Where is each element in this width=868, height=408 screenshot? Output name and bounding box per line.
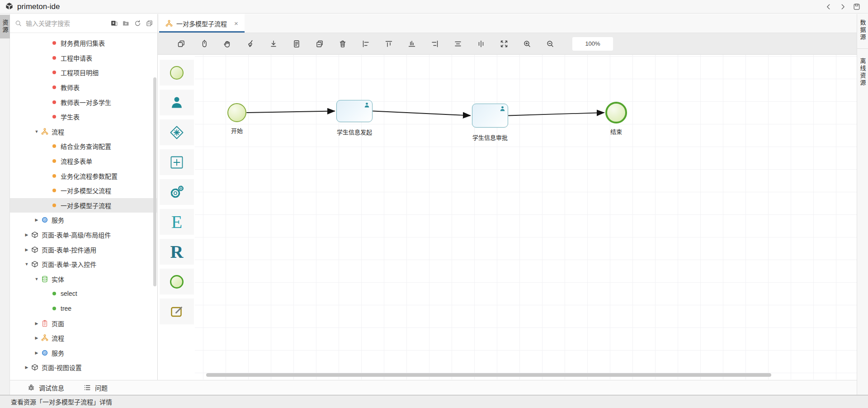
tree-item[interactable]: tree: [10, 301, 157, 316]
debug-info-label: 调试信息: [39, 383, 64, 392]
tree-item[interactable]: ▶页面: [10, 316, 157, 331]
chevron-right-icon[interactable]: ▶: [33, 351, 40, 355]
tree-item[interactable]: ▶页面-视图设置: [10, 360, 157, 375]
save-icon[interactable]: [853, 3, 861, 11]
tree-item[interactable]: select: [10, 286, 157, 301]
tree-item[interactable]: ▶页面-表单-高级/布局组件: [10, 228, 157, 242]
user-task-node[interactable]: [472, 104, 508, 128]
zoom-level[interactable]: 100%: [572, 37, 613, 51]
tree-scrollbar[interactable]: [153, 77, 156, 286]
mouse-select-icon[interactable]: [200, 39, 209, 48]
tree-item-label: 教师表: [61, 83, 80, 92]
node-label: 开始: [231, 126, 243, 135]
tree-item[interactable]: 一对多模型子流程: [10, 198, 157, 213]
tree-item[interactable]: 教师表一对多学生: [10, 95, 157, 109]
tree-item[interactable]: 流程多表单: [10, 154, 157, 169]
chevron-down-icon[interactable]: ▼: [33, 277, 40, 281]
tree-item[interactable]: ▼流程: [10, 124, 157, 139]
palette-item-user-task[interactable]: [160, 90, 194, 115]
align-right-icon[interactable]: [430, 39, 439, 48]
palette-item-end-event[interactable]: [160, 269, 194, 294]
tree-item[interactable]: 一对多模型父流程: [10, 183, 157, 198]
tree-item[interactable]: 工程项目明细: [10, 65, 157, 80]
tree-item[interactable]: ▼页面-表单-录入控件: [10, 257, 157, 272]
chevron-right-icon[interactable]: ▶: [24, 247, 30, 252]
problems-label: 问题: [95, 383, 108, 392]
canvas-hscrollbar[interactable]: [206, 373, 771, 377]
tree-item-label: 页面-表单-控件通用: [42, 245, 96, 254]
align-center-horizontal-icon[interactable]: [453, 39, 462, 48]
duplicate-icon[interactable]: [177, 39, 186, 48]
zoom-in-icon[interactable]: [523, 39, 532, 48]
chevron-right-icon[interactable]: ▶: [24, 365, 30, 370]
import-resource-icon[interactable]: [110, 19, 118, 27]
zoom-out-icon[interactable]: [546, 39, 555, 48]
problems-button[interactable]: 问题: [83, 383, 108, 392]
chevron-left-icon[interactable]: [825, 3, 833, 11]
start-event-node[interactable]: [227, 103, 246, 122]
align-center-vertical-icon[interactable]: [476, 39, 486, 48]
chevron-right-icon[interactable]: ▶: [33, 336, 40, 340]
tree-item[interactable]: 教师表: [10, 80, 157, 95]
fit-view-icon[interactable]: [500, 39, 509, 48]
align-bottom-icon[interactable]: [407, 39, 416, 48]
user-task-node[interactable]: [336, 100, 373, 122]
offline-resources-tab[interactable]: 离线资源: [857, 52, 868, 92]
tree-item[interactable]: 业务化流程参数配置: [10, 168, 157, 183]
palette-item-letter-e[interactable]: E: [160, 209, 194, 235]
tree-item-label: 教师表一对多学生: [61, 98, 111, 107]
tree-item[interactable]: 财务费用归集表: [10, 36, 157, 51]
end-event-node[interactable]: [605, 102, 627, 123]
tree-item[interactable]: 学生表: [10, 109, 157, 124]
gateway-icon: [169, 125, 184, 140]
diagram-workarea: ER 开始学生信息发起学生信息审批结束: [158, 55, 857, 380]
tree-item[interactable]: 结合业务查询配置: [10, 139, 157, 154]
editor-tab-active[interactable]: 一对多模型子流程 ×: [159, 14, 245, 33]
tree-item[interactable]: ▶流程: [10, 331, 157, 346]
palette-item-service-task[interactable]: [160, 179, 194, 205]
document-icon[interactable]: [292, 39, 301, 48]
delete-trash-icon[interactable]: [338, 39, 347, 48]
copy-icon[interactable]: [315, 39, 324, 48]
chevron-down-icon[interactable]: ▼: [24, 262, 30, 266]
service-task-icon: [169, 185, 184, 200]
palette-item-subprocess[interactable]: [160, 149, 194, 175]
chevron-right-icon[interactable]: [839, 3, 847, 11]
palette-item-start-event[interactable]: [160, 60, 194, 85]
palette-item-annotation[interactable]: [160, 299, 194, 324]
align-top-icon[interactable]: [384, 39, 393, 48]
tree-item[interactable]: ▼实体: [10, 272, 157, 287]
download-icon[interactable]: [269, 39, 278, 48]
flow-canvas[interactable]: 开始学生信息发起学生信息审批结束: [195, 55, 857, 380]
tree-item[interactable]: ▶页面-表单-控件通用: [10, 242, 157, 257]
chevron-right-icon[interactable]: ▶: [33, 218, 40, 222]
tree-item[interactable]: 工程申请表: [10, 51, 157, 66]
flow-icon: [165, 20, 173, 27]
chevron-right-icon[interactable]: ▶: [24, 232, 30, 237]
tree-item-label: 工程项目明细: [61, 68, 99, 77]
hand-pan-icon[interactable]: [223, 39, 232, 48]
chevron-right-icon[interactable]: ▶: [33, 321, 40, 326]
chevron-down-icon[interactable]: ▼: [33, 129, 40, 134]
datasource-tab[interactable]: 数据源: [857, 14, 868, 47]
palette-item-gateway[interactable]: [160, 119, 194, 145]
search-input[interactable]: [25, 19, 108, 28]
tree-item-label: 学生表: [61, 112, 80, 121]
sequence-flow-edge[interactable]: [509, 113, 604, 116]
app-logo-icon: [5, 2, 14, 11]
tree-item[interactable]: ▶服务: [10, 345, 157, 360]
resources-tab[interactable]: 资源: [0, 15, 10, 38]
database-icon: [41, 275, 49, 283]
palette-item-letter-r[interactable]: R: [160, 239, 194, 265]
close-icon[interactable]: ×: [234, 19, 238, 27]
diagram-toolbar: 100%: [158, 33, 857, 55]
clear-broom-icon[interactable]: [246, 39, 255, 48]
new-folder-icon[interactable]: [122, 19, 130, 27]
sequence-flow-edge[interactable]: [247, 111, 335, 113]
debug-info-button[interactable]: 调试信息: [27, 383, 64, 392]
sequence-flow-edge[interactable]: [373, 111, 470, 116]
collapse-all-icon[interactable]: [146, 19, 153, 27]
tree-item[interactable]: ▶服务: [10, 213, 157, 228]
align-left-icon[interactable]: [361, 39, 370, 48]
refresh-icon[interactable]: [134, 19, 142, 27]
